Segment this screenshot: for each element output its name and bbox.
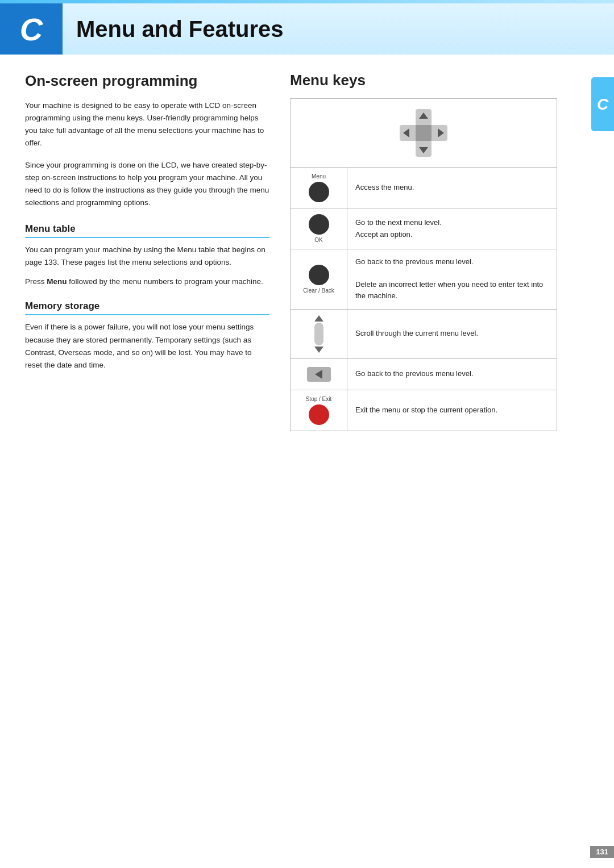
key-desc-cell-stopexit: Exit the menu or stop the current operat… bbox=[347, 390, 557, 431]
table-row: Stop / Exit Exit the menu or stop the cu… bbox=[291, 390, 557, 431]
page-header: C Menu and Features bbox=[0, 3, 614, 55]
side-tab-letter: C bbox=[597, 95, 608, 114]
table-row bbox=[291, 99, 557, 168]
key-icon-cell-clearback: Clear / Back bbox=[291, 249, 347, 309]
key-table: Menu Access the menu. OK Go to the next … bbox=[290, 98, 557, 431]
key-icon-cell-leftarrow bbox=[291, 359, 347, 390]
key-icon-cell-stopexit: Stop / Exit bbox=[291, 390, 347, 431]
page-title: Menu and Features bbox=[76, 16, 284, 42]
menu-button-icon bbox=[309, 182, 329, 202]
table-row: OK Go to the next menu level.Accept an o… bbox=[291, 208, 557, 249]
ok-key-label: OK bbox=[314, 237, 322, 243]
key-desc-cell-scroll: Scroll through the current menu level. bbox=[347, 310, 557, 358]
paragraph-1: Your machine is designed to be easy to o… bbox=[25, 99, 269, 150]
table-row: Go back to the previous menu level. bbox=[291, 359, 557, 390]
left-column: On-screen programming Your machine is de… bbox=[25, 72, 269, 431]
key-icon-cell-menu: Menu bbox=[291, 168, 347, 208]
key-icon-cell-scroll bbox=[291, 310, 347, 358]
menu-table-para-2: Press Menu followed by the menu numbers … bbox=[25, 276, 269, 288]
clearback-button-icon bbox=[309, 265, 329, 285]
scroll-icon bbox=[314, 315, 323, 353]
key-icon-cell-dpad bbox=[291, 99, 557, 167]
main-content: On-screen programming Your machine is de… bbox=[0, 55, 614, 454]
chapter-box: C bbox=[0, 3, 63, 55]
table-row: Menu Access the menu. bbox=[291, 168, 557, 208]
key-desc-cell-clearback: Go back to the previous menu level.Delet… bbox=[347, 249, 557, 309]
key-icon-cell-ok: OK bbox=[291, 208, 347, 249]
side-tab: C bbox=[591, 77, 614, 131]
page-footer: 131 bbox=[590, 846, 614, 858]
header-title-container: Menu and Features bbox=[63, 3, 284, 55]
stopexit-key-label: Stop / Exit bbox=[306, 396, 332, 402]
key-desc-cell-ok: Go to the next menu level.Accept an opti… bbox=[347, 208, 557, 249]
dpad-icon bbox=[400, 109, 447, 157]
menu-key-label: Menu bbox=[312, 173, 326, 180]
paragraph-2: Since your programming is done on the LC… bbox=[25, 159, 269, 210]
table-row: Clear / Back Go back to the previous men… bbox=[291, 249, 557, 310]
menu-table-title: Menu table bbox=[25, 223, 269, 238]
right-column: Menu keys bbox=[290, 72, 557, 431]
key-desc-cell-leftarrow: Go back to the previous menu level. bbox=[347, 359, 557, 390]
memory-storage-title: Memory storage bbox=[25, 301, 269, 315]
page-number: 131 bbox=[590, 846, 614, 858]
chapter-letter: C bbox=[20, 11, 43, 48]
key-desc-cell-menu: Access the menu. bbox=[347, 168, 557, 208]
memory-storage-para-1: Even if there is a power failure, you wi… bbox=[25, 321, 269, 372]
onscreen-programming-title: On-screen programming bbox=[25, 72, 269, 90]
menu-keys-title: Menu keys bbox=[290, 72, 557, 89]
clearback-key-label: Clear / Back bbox=[303, 287, 334, 294]
table-row: Scroll through the current menu level. bbox=[291, 310, 557, 359]
ok-button-icon bbox=[309, 214, 329, 235]
menu-table-para-1: You can program your machine by using th… bbox=[25, 244, 269, 269]
stopexit-button-icon bbox=[309, 404, 329, 425]
leftarrow-button-icon bbox=[307, 367, 331, 382]
